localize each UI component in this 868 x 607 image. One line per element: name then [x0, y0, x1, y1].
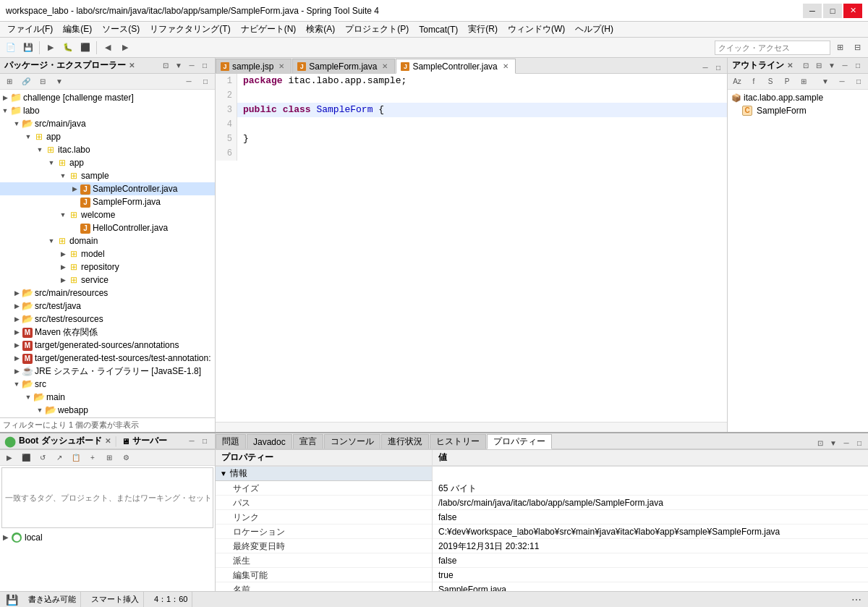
boot-stop-btn[interactable]: ⬛: [18, 450, 34, 466]
tab-close-btn[interactable]: ✕: [380, 61, 390, 72]
tree-item-main[interactable]: ▼📂main: [0, 391, 215, 404]
menu-item-ファイル(F)[interactable]: ファイル(F): [3, 22, 57, 37]
outline-minimize-btn[interactable]: ─: [839, 60, 851, 72]
tree-item-sample[interactable]: ▼⊞sample: [0, 169, 215, 182]
tree-item-src-test-resources[interactable]: ▶📂src/test/resources: [0, 313, 215, 326]
editor-content[interactable]: 1package itac.labo.app.sample;23public c…: [216, 74, 727, 422]
tb-view-button[interactable]: ⊟: [849, 40, 865, 56]
outline-minimize-btn2[interactable]: ─: [834, 74, 850, 90]
tree-item-labo[interactable]: ▼📁labo: [0, 104, 215, 117]
line-content-4[interactable]: [237, 117, 243, 132]
tree-item-app2[interactable]: ▼⊞app: [0, 156, 215, 169]
statusbar-more-btn[interactable]: ⋯: [851, 594, 862, 606]
boot-item-local[interactable]: ▶ ⬤ local: [3, 531, 212, 544]
tree-item-service[interactable]: ▶⊞service: [0, 273, 215, 286]
line-content-3[interactable]: public class SampleForm {: [237, 103, 384, 117]
editor-scrollbar[interactable]: [216, 422, 727, 432]
outline-hide-fields-btn[interactable]: f: [746, 74, 762, 90]
editor-tab-SampleFormjava[interactable]: JSampleForm.java✕: [292, 59, 395, 73]
tree-item-maven[interactable]: ▶MMaven 依存関係: [0, 326, 215, 339]
prop-expand-btn[interactable]: ⊡: [814, 437, 826, 449]
menu-item-実行(R)[interactable]: 実行(R): [464, 22, 502, 37]
boot-add-btn[interactable]: +: [85, 450, 101, 466]
boot-expand-btn[interactable]: ⊞: [101, 450, 117, 466]
boot-search-input[interactable]: [1, 467, 213, 528]
tb-perspective-button[interactable]: ⊞: [832, 40, 848, 56]
pe-maximize-btn2[interactable]: □: [197, 74, 213, 90]
pe-filter-btn[interactable]: ⊟: [35, 74, 51, 90]
pe-link-btn[interactable]: 🔗: [18, 74, 34, 90]
tree-item-src[interactable]: ▼📂src: [0, 378, 215, 391]
tree-item-target-generated[interactable]: ▶Mtarget/generated-sources/annotations: [0, 339, 215, 352]
line-content-5[interactable]: }: [237, 132, 249, 146]
outline-maximize-btn[interactable]: □: [852, 60, 864, 72]
pe-menu-btn[interactable]: ▼: [173, 60, 184, 72]
outline-menu-btn[interactable]: ▼: [826, 60, 838, 72]
prop-maximize-btn[interactable]: □: [854, 437, 865, 449]
quick-access-input[interactable]: [715, 41, 830, 55]
line-content-1[interactable]: package itac.labo.app.sample;: [237, 74, 407, 88]
outline-hide-nonpublic-btn[interactable]: P: [779, 74, 795, 90]
tb-back-button[interactable]: ◀: [100, 40, 116, 56]
prop-menu-btn[interactable]: ▼: [827, 437, 839, 449]
tree-item-SampleForm[interactable]: JSampleForm.java: [0, 195, 215, 208]
boot-minimize-btn[interactable]: ─: [186, 436, 197, 447]
menu-item-ヘルプ(H)[interactable]: ヘルプ(H): [571, 22, 618, 37]
outline-sort-btn[interactable]: ⊟: [813, 60, 825, 72]
pe-minimize-btn[interactable]: ─: [186, 60, 197, 72]
bottom-tab-コンソール[interactable]: コンソール: [324, 434, 380, 449]
boot-settings-btn[interactable]: ⚙: [118, 450, 134, 466]
tree-item-app[interactable]: ▼⊞app: [0, 130, 215, 143]
tree-item-challenge[interactable]: ▶📁challenge [challenge master]: [0, 91, 215, 104]
menu-item-ソース(S)[interactable]: ソース(S): [98, 22, 144, 37]
bottom-tab-問題[interactable]: 問題: [216, 434, 246, 449]
pe-collapse-all-btn[interactable]: ⊞: [1, 74, 17, 90]
tb-new-button[interactable]: 📄: [3, 40, 19, 56]
tb-forward-button[interactable]: ▶: [117, 40, 133, 56]
pe-maximize-btn[interactable]: □: [199, 60, 210, 72]
prop-minimize-btn[interactable]: ─: [841, 437, 852, 449]
tree-item-model[interactable]: ▶⊞model: [0, 247, 215, 260]
menu-item-リファクタリング(T)[interactable]: リファクタリング(T): [145, 22, 234, 37]
bottom-tab-宣言[interactable]: 宣言: [293, 434, 323, 449]
menu-item-ウィンドウ(W)[interactable]: ウィンドウ(W): [503, 22, 569, 37]
outline-maximize-btn2[interactable]: □: [851, 74, 867, 90]
tab-close-btn[interactable]: ✕: [501, 61, 511, 72]
editor-tab-samplejsp[interactable]: Jsample.jsp✕: [216, 59, 292, 73]
tree-item-SampleController[interactable]: ▶JSampleController.java: [0, 182, 215, 195]
tree-item-welcome[interactable]: ▼⊞welcome: [0, 208, 215, 221]
tree-item-itac-labo[interactable]: ▼⊞itac.labo: [0, 143, 215, 156]
tab-close-btn[interactable]: ✕: [276, 61, 286, 72]
pe-minimize-btn2[interactable]: ─: [181, 74, 197, 90]
tree-item-src-main-resources[interactable]: ▶📂src/main/resources: [0, 286, 215, 300]
pe-collapse-btn[interactable]: ⊡: [160, 60, 171, 72]
bottom-tab-Javadoc[interactable]: Javadoc: [247, 434, 292, 449]
editor-maximize-btn[interactable]: □: [712, 61, 724, 73]
menu-item-Tomcat(T)[interactable]: Tomcat(T): [414, 23, 462, 36]
editor[interactable]: 1package itac.labo.app.sample;23public c…: [216, 74, 727, 432]
outline-more-btn[interactable]: ▼: [817, 74, 833, 90]
tb-save-button[interactable]: 💾: [20, 40, 36, 56]
tb-run-button[interactable]: ▶: [43, 40, 59, 56]
outline-hide-static-btn[interactable]: S: [762, 74, 778, 90]
close-button[interactable]: ✕: [843, 4, 862, 18]
pe-menu-btn2[interactable]: ▼: [51, 74, 67, 90]
bottom-tab-プロパティー[interactable]: プロパティー: [487, 434, 552, 449]
boot-maximize-btn[interactable]: □: [199, 436, 210, 447]
outline-sort-alpha-btn[interactable]: Az: [729, 74, 745, 90]
outline-expand-btn[interactable]: ⊞: [796, 74, 812, 90]
menu-item-検索(A)[interactable]: 検索(A): [302, 22, 339, 37]
bottom-tab-ヒストリー[interactable]: ヒストリー: [430, 434, 486, 449]
outline-item-class[interactable]: C SampleForm: [728, 104, 868, 117]
outline-collapse-btn[interactable]: ⊡: [800, 60, 812, 72]
tree-item-src-test-java[interactable]: ▶📂src/test/java: [0, 300, 215, 313]
maximize-button[interactable]: □: [823, 4, 842, 18]
boot-console-btn[interactable]: 📋: [68, 450, 84, 466]
boot-restart-btn[interactable]: ↺: [35, 450, 51, 466]
menu-item-プロジェクト(P)[interactable]: プロジェクト(P): [341, 22, 413, 37]
tree-item-domain[interactable]: ▼⊞domain: [0, 234, 215, 247]
line-content-6[interactable]: [237, 146, 243, 161]
boot-start-btn[interactable]: ▶: [1, 450, 17, 466]
menu-item-編集(E)[interactable]: 編集(E): [59, 22, 96, 37]
line-content-2[interactable]: [237, 88, 243, 103]
